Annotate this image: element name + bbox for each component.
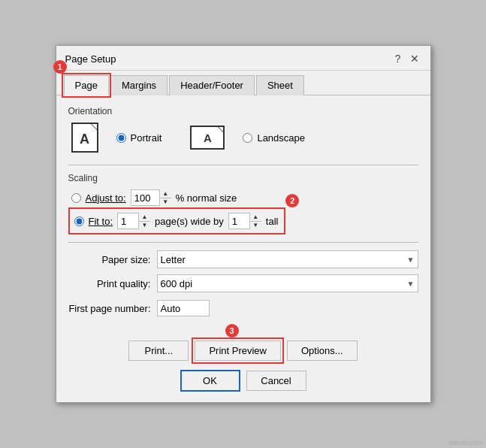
first-page-label: First page number: — [68, 303, 151, 314]
page-setup-dialog: Page Setup ? ✕ Page 1 Margins Header/Foo… — [56, 45, 431, 403]
first-page-row: First page number: — [68, 300, 418, 316]
print-quality-arrow: ▼ — [407, 280, 415, 288]
adjust-spin-btns: ▲ ▼ — [159, 189, 171, 206]
fit-tall-spinner[interactable]: ▲ ▼ — [228, 213, 261, 229]
tab-sheet[interactable]: Sheet — [256, 75, 304, 95]
watermark: wsxdn.com — [449, 439, 483, 446]
print-preview-wrap: Print Preview 3 — [195, 341, 281, 361]
portrait-icon: A — [71, 123, 98, 153]
print-quality-row: Print quality: 600 dpi ▼ — [68, 274, 418, 292]
landscape-radio[interactable] — [243, 133, 252, 143]
adjust-option[interactable]: Adjust to: — [71, 192, 126, 204]
paper-size-label: Paper size: — [68, 254, 151, 265]
divider-2 — [68, 242, 418, 243]
tab-bar: Page 1 Margins Header/Footer Sheet — [56, 71, 430, 95]
fit-option[interactable]: Fit to: — [74, 216, 113, 227]
ok-button[interactable]: OK — [180, 370, 240, 392]
landscape-icon: A — [190, 126, 225, 150]
paper-size-arrow: ▼ — [407, 256, 415, 264]
fit-to-container: Fit to: ▲ ▼ page(s) wide by ▲ — [68, 210, 283, 232]
scaling-section: Scaling Adjust to: ▲ ▼ % normal size — [68, 173, 418, 232]
paper-size-value: Letter — [161, 254, 186, 265]
fit-tall-spin-down[interactable]: ▼ — [250, 222, 261, 230]
orientation-options: A Portrait A Landscape — [71, 123, 418, 153]
fit-tall-spin-btns: ▲ ▼ — [249, 213, 261, 229]
action-buttons: Print... Print Preview 3 Options... — [56, 333, 430, 368]
fit-wide-spin-up[interactable]: ▲ — [139, 213, 150, 222]
portrait-label: Portrait — [131, 132, 162, 144]
tab-page[interactable]: Page — [64, 75, 109, 95]
paper-size-row: Paper size: Letter ▼ — [68, 250, 418, 268]
adjust-radio[interactable] — [71, 193, 81, 203]
portrait-option[interactable]: Portrait — [116, 132, 162, 144]
fit-wide-spin-btns: ▲ ▼ — [138, 213, 150, 229]
print-preview-button[interactable]: Print Preview — [195, 341, 281, 361]
orientation-label: Orientation — [68, 106, 418, 117]
preview-badge: 3 — [225, 324, 239, 338]
landscape-label: Landscape — [257, 132, 305, 144]
ok-cancel-buttons: OK Cancel — [56, 368, 430, 402]
cancel-button[interactable]: Cancel — [246, 371, 306, 391]
adjust-row: Adjust to: ▲ ▼ % normal size — [71, 189, 418, 206]
fit-wide-spinner[interactable]: ▲ ▼ — [117, 213, 150, 229]
tab-page-badge: 1 — [53, 60, 67, 74]
options-button[interactable]: Options... — [287, 341, 358, 361]
dialog-content: Orientation A Portrait A Landscape — [56, 95, 430, 333]
fit-tall-spin-up[interactable]: ▲ — [250, 213, 261, 222]
help-button[interactable]: ? — [391, 52, 405, 65]
landscape-option[interactable]: Landscape — [243, 132, 305, 144]
dialog-title: Page Setup — [65, 53, 116, 65]
adjust-spin-down[interactable]: ▼ — [160, 198, 171, 207]
close-button[interactable]: ✕ — [408, 52, 421, 65]
tab-margins[interactable]: Margins — [110, 75, 168, 95]
tab-page-wrap: Page 1 — [64, 75, 109, 95]
adjust-spinner[interactable]: ▲ ▼ — [131, 189, 171, 206]
scaling-label: Scaling — [68, 173, 418, 183]
adjust-label: Adjust to: — [86, 192, 126, 204]
portrait-radio[interactable] — [116, 133, 126, 143]
print-button[interactable]: Print... — [128, 341, 189, 361]
fit-tall-suffix: tall — [266, 216, 279, 227]
paper-size-select[interactable]: Letter ▼ — [157, 250, 418, 268]
fit-label: Fit to: — [89, 216, 113, 227]
fit-to-row: Fit to: ▲ ▼ page(s) wide by ▲ — [71, 210, 283, 232]
adjust-suffix: % normal size — [176, 192, 237, 204]
print-quality-select[interactable]: 600 dpi ▼ — [157, 274, 418, 292]
fit-wide-spin-down[interactable]: ▼ — [139, 222, 150, 230]
tab-header-footer[interactable]: Header/Footer — [169, 75, 255, 95]
title-bar: Page Setup ? ✕ — [56, 46, 430, 71]
first-page-input[interactable] — [157, 300, 210, 316]
fit-wide-suffix: page(s) wide by — [155, 216, 224, 227]
print-quality-label: Print quality: — [68, 278, 151, 289]
print-quality-value: 600 dpi — [161, 278, 193, 289]
divider-1 — [68, 165, 418, 165]
adjust-spin-up[interactable]: ▲ — [160, 189, 171, 198]
fit-radio[interactable] — [74, 216, 84, 226]
